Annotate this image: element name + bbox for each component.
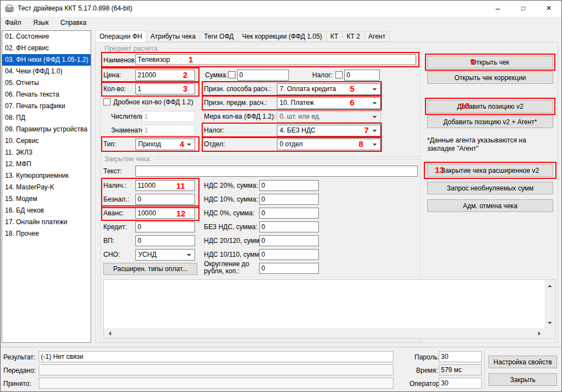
- tax-flag-input[interactable]: [344, 70, 380, 81]
- vat10-input[interactable]: [259, 194, 319, 205]
- measure-combo[interactable]: 0. шт. или ед.: [277, 111, 381, 123]
- department-combo[interactable]: 0 отдел: [277, 139, 381, 150]
- tab-kt2[interactable]: КТ 2: [342, 31, 364, 42]
- type-combo[interactable]: Приход: [135, 139, 195, 150]
- vat10-label: НДС 10%, сумма:: [204, 195, 258, 203]
- cashless-input[interactable]: [135, 194, 195, 205]
- sidebar-item-modem[interactable]: 15. Модем: [2, 193, 91, 205]
- tab-kt[interactable]: КТ: [326, 31, 343, 42]
- close-button[interactable]: Закрыть: [489, 373, 557, 386]
- credit-input[interactable]: [135, 221, 195, 232]
- operator-input[interactable]: [439, 378, 482, 389]
- sidebar-item-state[interactable]: 01. Состояние: [2, 31, 91, 43]
- vp-input[interactable]: [135, 235, 195, 246]
- scrollbar-corner: [545, 329, 555, 338]
- sum-label: Сумма:: [205, 71, 228, 79]
- price-input[interactable]: [135, 70, 195, 81]
- result-input[interactable]: [39, 351, 393, 362]
- sidebar-item-bill-acceptor[interactable]: 13. Купюроприемник: [2, 170, 91, 182]
- vertical-scrollbar[interactable]: [545, 280, 555, 329]
- menu-language[interactable]: Язык: [28, 17, 54, 28]
- log-textarea[interactable]: [103, 279, 555, 339]
- menu-help[interactable]: Справка: [55, 17, 91, 28]
- close-icon[interactable]: ×: [536, 0, 561, 17]
- time-label: Время:: [416, 367, 438, 374]
- qty-input[interactable]: [135, 83, 195, 94]
- add-position-v2-button[interactable]: Добавить позицию v2: [427, 100, 553, 113]
- time-input[interactable]: [439, 364, 482, 375]
- sidebar-item-fn-service[interactable]: 02. ФН сервис: [2, 43, 91, 54]
- sidebar-item-device-params[interactable]: 09. Параметры устройства: [2, 124, 91, 135]
- menu-file[interactable]: Файл: [0, 17, 27, 28]
- tab-agent[interactable]: Агент: [364, 31, 390, 42]
- maximize-icon[interactable]: □: [511, 0, 536, 17]
- name-input[interactable]: [135, 54, 416, 65]
- scroll-down-icon[interactable]: [548, 322, 552, 326]
- sum-checkbox[interactable]: [228, 71, 235, 78]
- minimize-icon[interactable]: –: [485, 0, 511, 17]
- tab-fn-operations[interactable]: Операции ФН: [95, 30, 146, 42]
- pay-method-combo[interactable]: 7. Оплата кредита: [277, 83, 381, 95]
- rounding-input[interactable]: [259, 263, 319, 274]
- vat20-120-input[interactable]: [259, 235, 319, 246]
- add-position-v2-agent-button[interactable]: Добавить позицию v2 + Агент*: [427, 115, 553, 128]
- received-input[interactable]: [39, 378, 393, 389]
- cash-input[interactable]: [135, 180, 195, 191]
- sidebar-item-service[interactable]: 10. Сервис: [2, 135, 91, 147]
- result-label: Результат:: [3, 353, 35, 361]
- sidebar-item-mfp[interactable]: 12. МФП: [2, 158, 91, 170]
- department-label: Отдел:: [204, 140, 225, 148]
- fractional-checkbox[interactable]: [103, 98, 111, 105]
- close-check-ext-v2-button[interactable]: Закрытие чека расширенное v2: [427, 164, 553, 177]
- menu-bar: Файл Язык Справка: [0, 17, 562, 29]
- sidebar-item-pd[interactable]: 08. ПД: [2, 112, 91, 124]
- sent-input[interactable]: [39, 364, 393, 375]
- tax-label: Налог:: [204, 126, 224, 134]
- vat20-120-label: НДС 20/120, сумма:: [204, 237, 265, 245]
- tab-ofd-tags[interactable]: Теги ОФД: [199, 31, 238, 42]
- no-vat-input[interactable]: [259, 221, 319, 232]
- credit-label: Кредит:: [103, 223, 127, 231]
- sidebar-item-fn-checks[interactable]: 03. ФН чеки (ФФД 1.05-1.2): [2, 54, 91, 66]
- scroll-right-icon[interactable]: [538, 331, 543, 336]
- sent-label: Передано:: [3, 367, 36, 374]
- scroll-left-icon[interactable]: [107, 331, 111, 336]
- vat0-label: НДС 0%, сумма:: [204, 209, 254, 217]
- request-sums-button[interactable]: Запрос необнуляемых сумм: [427, 182, 553, 194]
- horizontal-scrollbar[interactable]: [104, 329, 545, 338]
- admin-cancel-button[interactable]: Адм. отмена чека: [427, 199, 553, 212]
- ext-payments-button[interactable]: Расширен. типы оплат...: [103, 263, 197, 275]
- sidebar-item-print-text[interactable]: 06. Печать текста: [2, 89, 91, 100]
- settings-button[interactable]: Настройка свойств: [489, 356, 557, 368]
- vat0-input[interactable]: [259, 208, 319, 219]
- sum-input[interactable]: [237, 70, 289, 81]
- advance-input[interactable]: [135, 208, 195, 219]
- open-correction-button[interactable]: Открыть чек коррекции: [427, 71, 553, 84]
- sidebar-item-print-graphics[interactable]: 07. Печать графики: [2, 100, 91, 112]
- sidebar-item-checks-ffd10[interactable]: 04. Чеки (ФФД 1.0): [2, 66, 91, 77]
- sidebar-item-eklz[interactable]: 11. ЭКЛЗ: [2, 147, 91, 158]
- vat10-110-label: НДС 10/110, сумма:: [204, 251, 265, 258]
- pay-method-label: Призн. способа расч.:: [204, 85, 271, 93]
- sno-combo[interactable]: УСНД: [135, 249, 195, 261]
- cashless-label: Безнал.:: [103, 195, 129, 203]
- denominator-input[interactable]: [142, 125, 195, 136]
- app-icon: [5, 4, 14, 13]
- password-input[interactable]: [439, 351, 482, 362]
- pay-subject-combo[interactable]: 10. Платеж: [277, 97, 381, 109]
- scroll-up-icon[interactable]: [548, 283, 552, 287]
- sidebar-item-reports[interactable]: 05. Отчеты: [2, 77, 91, 89]
- numerator-input[interactable]: [142, 111, 195, 122]
- vat20-input[interactable]: [259, 180, 319, 191]
- sidebar-item-masterpay[interactable]: 14. MasterPay-K: [2, 182, 91, 193]
- text-input[interactable]: [135, 166, 418, 177]
- sidebar-item-online-payments[interactable]: 17. Онлайн платежи: [2, 216, 91, 228]
- sidebar-item-check-db[interactable]: 16. БД чеков: [2, 205, 91, 216]
- vat10-110-input[interactable]: [259, 249, 319, 260]
- tax-combo[interactable]: 4. БЕЗ НДС: [277, 125, 381, 136]
- tab-check-attributes[interactable]: Атрибуты чека: [146, 31, 200, 42]
- tax-flag-checkbox[interactable]: [335, 71, 343, 78]
- open-check-button[interactable]: Открыть чек: [427, 56, 553, 68]
- tab-correction-check[interactable]: Чек коррекции (ФФД 1.05): [238, 31, 327, 42]
- sidebar-item-other[interactable]: 18. Прочее: [2, 228, 91, 240]
